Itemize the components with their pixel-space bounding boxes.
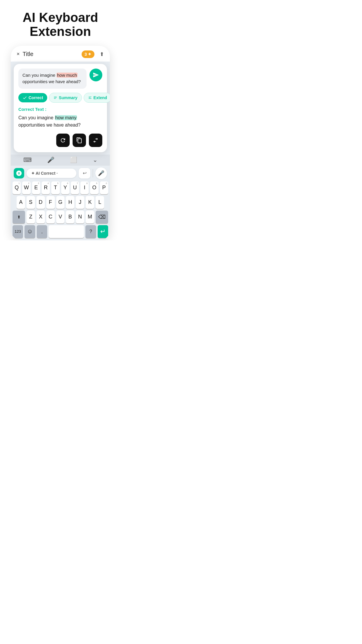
space-key[interactable] <box>49 225 84 238</box>
key-e[interactable]: 3E <box>32 181 40 194</box>
close-icon[interactable]: × <box>17 51 20 57</box>
correct-label: Correct Text : <box>18 107 102 112</box>
phone-mockup: × Title 3 ✦ ⬆ Can you imagine how much o… <box>0 46 121 240</box>
key-u[interactable]: 7U <box>71 181 79 194</box>
key-row-2: A S D F G H J K L <box>11 195 110 210</box>
tab-extend[interactable]: Extend <box>84 93 110 103</box>
microphone-icon[interactable]: 🎤 <box>47 156 55 163</box>
phone-frame: × Title 3 ✦ ⬆ Can you imagine how much o… <box>11 46 110 240</box>
key-row-3: ⬆ Z X C V B N M ⌫ <box>11 210 110 224</box>
header: AI Keyboard Extension <box>0 0 121 46</box>
key-l[interactable]: L <box>96 196 104 209</box>
key-q[interactable]: 1Q <box>13 181 21 194</box>
input-bubble: Can you imagine how much opportunities w… <box>18 69 87 89</box>
key-row-4: 123 ☺ , ? ↵ <box>11 224 110 240</box>
emoji-key[interactable]: ☺ <box>24 225 35 238</box>
ai-logo[interactable] <box>14 168 24 178</box>
key-n[interactable]: N <box>76 211 84 223</box>
ai-card: Can you imagine how much opportunities w… <box>14 64 107 152</box>
key-i[interactable]: 8I <box>80 181 89 194</box>
key-y[interactable]: 6Y <box>61 181 69 194</box>
key-b[interactable]: B <box>66 211 74 223</box>
undo-button[interactable]: ↩ <box>79 168 90 178</box>
key-z[interactable]: Z <box>27 211 35 223</box>
key-p[interactable]: 0P <box>100 181 108 194</box>
mic-button[interactable]: 🎤 <box>95 167 107 179</box>
summary-icon <box>53 96 57 100</box>
copy-icon <box>76 137 82 144</box>
key-w[interactable]: 2W <box>22 181 30 194</box>
page-title: AI Keyboard Extension <box>7 10 114 39</box>
action-tabs: Correct Summary Extend × <box>18 93 102 103</box>
refresh-icon <box>60 137 66 144</box>
sticker-icon[interactable]: ⬜ <box>70 156 77 163</box>
key-x[interactable]: X <box>36 211 45 223</box>
share-icon[interactable]: ⬆ <box>100 51 104 57</box>
send-button[interactable] <box>89 69 102 81</box>
key-r[interactable]: 4R <box>42 181 50 194</box>
ai-correct-button[interactable]: ✦ AI Correct · <box>27 169 76 178</box>
key-c[interactable]: C <box>46 211 55 223</box>
keyboard-topbar: ⌨ 🎤 ⬜ ⌄ <box>11 155 110 166</box>
send-icon <box>93 72 99 78</box>
number-key[interactable]: 123 <box>13 225 23 238</box>
return-key[interactable]: ↵ <box>98 225 108 238</box>
action-buttons <box>18 134 102 147</box>
badge: 3 ✦ <box>82 50 94 58</box>
key-g[interactable]: G <box>56 196 65 209</box>
key-t[interactable]: 5T <box>51 181 59 194</box>
backspace-key[interactable]: ⌫ <box>96 211 108 223</box>
tab-summary[interactable]: Summary <box>49 93 82 103</box>
divider <box>93 169 93 177</box>
shift-key[interactable]: ⬆ <box>13 211 25 223</box>
keyboard-area: ⌨ 🎤 ⬜ ⌄ ✦ AI Correct · ↩ 🎤 1Q 2W <box>11 152 110 240</box>
key-d[interactable]: D <box>36 196 45 209</box>
comma-key[interactable]: , <box>37 225 47 238</box>
phone-topbar: × Title 3 ✦ ⬆ <box>11 46 110 62</box>
key-s[interactable]: S <box>27 196 35 209</box>
key-a[interactable]: A <box>17 196 25 209</box>
copy-button[interactable] <box>73 134 86 147</box>
key-j[interactable]: J <box>76 196 84 209</box>
keyboard-icon[interactable]: ⌨ <box>23 156 32 163</box>
key-m[interactable]: M <box>86 211 94 223</box>
correct-icon <box>22 95 27 100</box>
correct-text: Can you imagine how many opportunities w… <box>18 114 102 129</box>
kb-toolbar: ✦ AI Correct · ↩ 🎤 <box>11 166 110 181</box>
key-h[interactable]: H <box>66 196 74 209</box>
input-row: Can you imagine how much opportunities w… <box>18 69 102 89</box>
replace-button[interactable] <box>89 134 102 147</box>
key-k[interactable]: K <box>86 196 94 209</box>
tab-correct[interactable]: Correct <box>18 93 47 102</box>
key-f[interactable]: F <box>46 196 55 209</box>
question-key[interactable]: ? <box>85 225 96 238</box>
input-highlight: how much <box>57 73 78 78</box>
corrected-word: how many <box>55 115 77 120</box>
key-row-1: 1Q 2W 3E 4R 5T 6Y 7U 8I 9O 0P <box>11 181 110 195</box>
phone-title: Title <box>23 51 79 57</box>
ai-logo-icon <box>16 170 22 176</box>
key-v[interactable]: V <box>56 211 65 223</box>
refresh-button[interactable] <box>56 134 70 147</box>
key-o[interactable]: 9O <box>90 181 98 194</box>
chevron-down-icon[interactable]: ⌄ <box>93 156 98 163</box>
extend-icon <box>88 96 92 100</box>
replace-icon <box>92 137 99 144</box>
